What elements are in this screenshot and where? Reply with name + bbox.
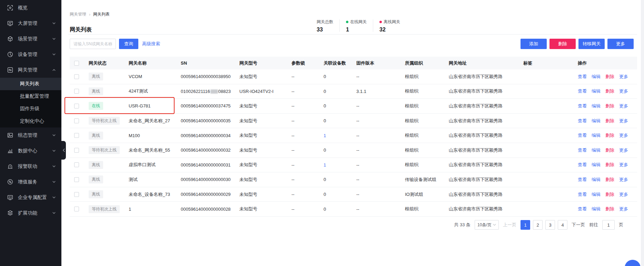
op-更多[interactable]: 更多	[619, 177, 628, 183]
op-更多[interactable]: 更多	[619, 147, 628, 153]
page-number-button[interactable]: 3	[545, 220, 555, 230]
op-删除[interactable]: 删除	[605, 132, 614, 139]
op-编辑[interactable]: 编辑	[592, 74, 601, 80]
customer-service-float-button[interactable]	[625, 260, 641, 266]
linked-device-count[interactable]: 1	[324, 133, 326, 138]
sidebar-item[interactable]: 场景管理	[0, 31, 61, 47]
advanced-search-link[interactable]: 高级搜索	[142, 39, 160, 49]
add-button[interactable]: 添加	[521, 39, 547, 49]
op-删除[interactable]: 删除	[605, 147, 614, 153]
sidebar-subitem[interactable]: 定制化中心	[0, 115, 61, 127]
select-all-checkbox[interactable]	[74, 61, 79, 66]
row-checkbox[interactable]	[74, 118, 79, 123]
sidebar-collapse-toggle[interactable]	[61, 141, 66, 160]
sidebar-item[interactable]: 设备管理	[0, 47, 61, 62]
op-更多[interactable]: 更多	[619, 162, 628, 168]
gateway-name: VCOM	[129, 74, 181, 79]
query-button[interactable]: 查询	[119, 39, 138, 49]
column-header: 网关地址	[449, 60, 523, 66]
row-checkbox[interactable]	[74, 162, 79, 167]
sidebar-item[interactable]: 大屏管理	[0, 16, 61, 31]
gateway-sn: 00059614000000000029	[181, 192, 239, 197]
op-更多[interactable]: 更多	[619, 88, 628, 94]
page-number-button[interactable]: 1	[521, 220, 530, 230]
op-编辑[interactable]: 编辑	[592, 147, 601, 153]
row-checkbox[interactable]	[74, 192, 79, 197]
op-删除[interactable]: 删除	[605, 118, 614, 124]
sidebar-item[interactable]: 网关管理	[0, 62, 61, 78]
sidebar-item[interactable]: 报警联动	[0, 159, 61, 174]
goto-page-input[interactable]	[602, 220, 615, 230]
page-number-button[interactable]: 4	[558, 220, 567, 230]
op-编辑[interactable]: 编辑	[592, 162, 601, 168]
op-删除[interactable]: 删除	[605, 191, 614, 198]
op-更多[interactable]: 更多	[619, 132, 628, 139]
op-查看[interactable]: 查看	[578, 74, 587, 80]
row-checkbox[interactable]	[74, 89, 79, 94]
op-查看[interactable]: 查看	[578, 177, 587, 183]
sidebar-subitem[interactable]: 网关列表	[0, 78, 61, 90]
op-更多[interactable]: 更多	[619, 118, 628, 124]
row-checkbox[interactable]	[74, 148, 79, 153]
row-operations: 查看编辑删除更多	[578, 191, 637, 198]
op-删除[interactable]: 删除	[605, 177, 614, 183]
op-查看[interactable]: 查看	[578, 162, 587, 168]
online-dot-icon	[346, 21, 348, 23]
transfer-gateway-button[interactable]: 转移网关	[578, 39, 605, 49]
op-编辑[interactable]: 编辑	[592, 118, 601, 124]
op-查看[interactable]: 查看	[578, 103, 587, 109]
op-删除[interactable]: 删除	[605, 206, 614, 212]
op-删除[interactable]: 删除	[605, 74, 614, 80]
op-编辑[interactable]: 编辑	[592, 88, 601, 94]
op-更多[interactable]: 更多	[619, 74, 628, 80]
row-checkbox[interactable]	[74, 207, 79, 211]
op-编辑[interactable]: 编辑	[592, 177, 601, 183]
column-header: 所属组织	[405, 60, 449, 66]
op-删除[interactable]: 删除	[605, 88, 614, 94]
op-查看[interactable]: 查看	[578, 118, 587, 124]
sidebar-item[interactable]: 增值服务	[0, 174, 61, 190]
param-lock: --	[291, 89, 324, 94]
op-编辑[interactable]: 编辑	[592, 132, 601, 139]
op-更多[interactable]: 更多	[619, 103, 628, 109]
op-查看[interactable]: 查看	[578, 147, 587, 153]
row-checkbox[interactable]	[74, 74, 79, 79]
search-input[interactable]	[70, 39, 116, 49]
more-button[interactable]: 更多	[607, 39, 634, 49]
op-删除[interactable]: 删除	[605, 103, 614, 109]
scrollbar-track[interactable]	[641, 0, 644, 266]
row-checkbox[interactable]	[74, 104, 79, 108]
row-operations: 查看编辑删除更多	[578, 103, 637, 109]
op-更多[interactable]: 更多	[619, 191, 628, 198]
sidebar-item[interactable]: 扩展功能	[0, 205, 61, 221]
op-查看[interactable]: 查看	[578, 132, 587, 139]
row-checkbox[interactable]	[74, 177, 79, 182]
sidebar-item[interactable]: 概览	[0, 0, 61, 16]
page-number-button[interactable]: 2	[533, 220, 543, 230]
next-page-button[interactable]: 下一页	[572, 222, 585, 228]
sidebar-subitem[interactable]: 固件升级	[0, 103, 61, 115]
delete-button[interactable]: 删除	[549, 39, 576, 49]
op-编辑[interactable]: 编辑	[592, 103, 601, 109]
op-编辑[interactable]: 编辑	[592, 191, 601, 198]
op-编辑[interactable]: 编辑	[592, 206, 601, 212]
sidebar-item[interactable]: 组态管理	[0, 127, 61, 143]
sidebar-item-label: 大屏管理	[18, 20, 52, 27]
gateway-address: 山东省济南市历下区颖秀路	[449, 74, 523, 80]
op-查看[interactable]: 查看	[578, 88, 587, 94]
op-查看[interactable]: 查看	[578, 206, 587, 212]
linked-device-count[interactable]: 1	[324, 162, 326, 168]
sidebar-item[interactable]: 数据中心	[0, 143, 61, 159]
row-checkbox[interactable]	[74, 133, 79, 138]
prev-page-button[interactable]: 上一页	[503, 222, 516, 228]
sidebar-subitem[interactable]: 批量配置管理	[0, 90, 61, 103]
data-icon	[7, 148, 13, 154]
breadcrumb-parent[interactable]: 网关管理	[70, 11, 86, 17]
sidebar-item[interactable]: 企业专属配置	[0, 190, 61, 205]
breadcrumb: 网关管理 › 网关列表	[70, 11, 110, 17]
op-查看[interactable]: 查看	[578, 191, 587, 198]
main-content: 网关管理 › 网关列表 网关列表 网关总数 33 在线网关 1 离线网关 32 …	[61, 0, 644, 266]
op-删除[interactable]: 删除	[605, 162, 614, 168]
op-更多[interactable]: 更多	[619, 206, 628, 212]
page-size-select[interactable]: 10条/页	[475, 220, 499, 230]
